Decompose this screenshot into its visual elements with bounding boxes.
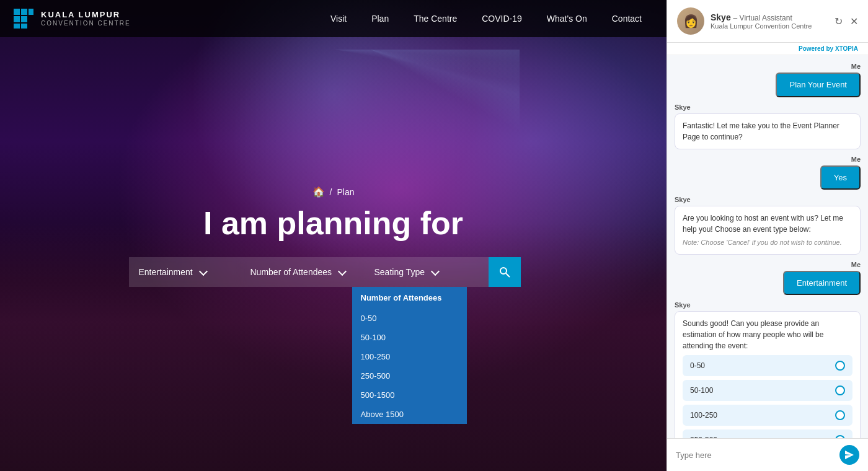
attendee-radio-250-500[interactable]: 250-500 [683,429,852,438]
attendees-option-500-1500[interactable]: 500-1500 [352,385,467,405]
msg-yes: Me Yes [675,156,861,190]
attendees-dropdown-menu: Number of Attendees 0-50 50-100 100-250 … [352,287,467,424]
logo-bottom: CONVENTION CENTRE [41,20,131,27]
send-button[interactable] [839,445,859,465]
attendee-radio-50-100[interactable]: 50-100 [683,380,852,401]
assistant-name: Skye – Virtual Assistant [711,12,828,22]
svg-rect-6 [21,24,27,29]
svg-marker-9 [845,451,854,459]
chat-input-area [667,438,868,471]
msg-sender-skye-1: Skye [675,103,861,111]
dropdown-header: Number of Attendees [352,287,467,309]
seating-dropdown[interactable]: Seating Type [365,257,489,287]
msg-sender-me-3: Me [851,261,861,268]
svg-rect-1 [21,9,27,15]
svg-line-8 [506,273,510,277]
breadcrumb: 🏠 / Plan [312,186,355,198]
msg-sender-skye-2: Skye [675,196,861,203]
msg-sender-me-1: Me [851,63,861,70]
nav-covid[interactable]: COVID-19 [482,14,522,24]
chat-header: 👩 Skye – Virtual Assistant Kuala Lumpur … [667,0,868,43]
msg-skye-1: Skye Fantastic! Let me take you to the E… [675,103,861,149]
msg-sender-skye-3: Skye [675,301,861,309]
logo-text: KUALA LUMPUR CONVENTION CENTRE [41,10,131,27]
attendee-radio-0-50[interactable]: 0-50 [683,355,852,376]
breadcrumb-page: Plan [337,187,354,197]
event-type-chevron [199,266,208,275]
attendees-chevron [338,266,347,275]
avatar: 👩 [677,7,704,35]
chat-input[interactable] [676,451,835,460]
attendee-radio-100-250[interactable]: 100-250 [683,405,852,426]
nav-visit[interactable]: Visit [330,14,347,24]
event-type-label: Entertainment [139,267,193,277]
attendees-option-0-50[interactable]: 0-50 [352,309,467,328]
nav-whatson[interactable]: What's On [547,14,587,24]
yes-btn[interactable]: Yes [820,165,861,190]
seating-label: Seating Type [374,267,425,277]
radio-circle-2 [835,410,845,420]
svg-rect-5 [14,24,20,29]
msg-note-1: Note: Choose 'Cancel' if you do not wish… [683,237,852,248]
msg-bubble-skye-2: Are you looking to host an event with us… [675,206,861,255]
chat-header-info: Skye – Virtual Assistant Kuala Lumpur Co… [711,12,828,30]
nav-centre[interactable]: The Centre [414,14,457,24]
msg-bubble-skye-3: Sounds good! Can you please provide an e… [675,311,861,438]
attendees-option-above-1500[interactable]: Above 1500 [352,405,467,424]
org-name: Kuala Lumpur Convention Centre [711,22,828,30]
radio-circle-0 [835,361,845,371]
chat-header-actions: ↻ ✕ [835,15,858,27]
close-icon[interactable]: ✕ [850,15,858,27]
chat-panel: 👩 Skye – Virtual Assistant Kuala Lumpur … [666,0,868,471]
msg-entertainment: Me Entertainment [675,261,861,296]
seating-chevron [431,266,440,275]
logo-top: KUALA LUMPUR [41,10,131,20]
nav-contact[interactable]: Contact [612,14,642,24]
logo-icon [12,7,35,30]
event-type-dropdown[interactable]: Entertainment [129,257,241,287]
radio-circle-1 [835,385,845,395]
attendee-radio-options: 0-50 50-100 100-250 250-500 [683,355,852,438]
attendees-option-50-100[interactable]: 50-100 [352,328,467,347]
logo-area: KUALA LUMPUR CONVENTION CENTRE [12,7,131,30]
search-bar: Entertainment Number of Attendees Number… [129,257,538,287]
hero-text: I am planning for [203,205,463,242]
main-content: KUALA LUMPUR CONVENTION CENTRE Visit Pla… [0,0,666,471]
send-icon [845,451,854,459]
attendees-option-250-500[interactable]: 250-500 [352,366,467,385]
refresh-icon[interactable]: ↻ [835,15,843,27]
svg-point-7 [500,268,507,274]
attendees-label: Number of Attendees [250,267,332,277]
attendees-option-100-250[interactable]: 100-250 [352,347,467,366]
nav-links: Visit Plan The Centre COVID-19 What's On… [330,14,642,24]
chat-messages: Me Plan Your Event Skye Fantastic! Let m… [667,55,868,438]
msg-skye-2: Skye Are you looking to host an event wi… [675,196,861,255]
attendees-dropdown[interactable]: Number of Attendees Number of Attendees … [241,257,365,287]
search-icon [498,266,511,278]
navbar: KUALA LUMPUR CONVENTION CENTRE Visit Pla… [0,0,666,37]
msg-sender-me-2: Me [851,156,861,163]
home-icon[interactable]: 🏠 [312,186,325,198]
entertainment-btn[interactable]: Entertainment [783,271,861,296]
msg-skye-3: Skye Sounds good! Can you please provide… [675,301,861,438]
msg-plan-event: Me Plan Your Event [675,63,861,97]
plan-your-event-btn[interactable]: Plan Your Event [776,73,861,97]
search-button[interactable] [489,257,521,287]
svg-rect-0 [14,9,20,15]
svg-rect-4 [21,16,27,22]
msg-bubble-skye-1: Fantastic! Let me take you to the Event … [675,113,861,149]
breadcrumb-separator: / [330,187,332,197]
svg-rect-2 [29,9,33,15]
svg-rect-3 [14,16,20,22]
nav-plan[interactable]: Plan [371,14,389,24]
powered-by: Powered by XTOPIA [667,43,868,55]
